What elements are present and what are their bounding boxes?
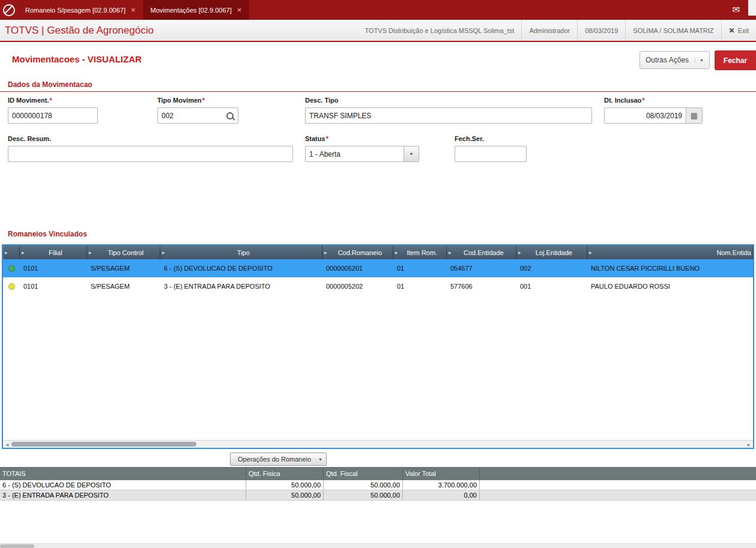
id-moviment-label: ID Moviment.* xyxy=(8,97,98,104)
column-header-tipo-control[interactable]: ▶ Tipo Control xyxy=(87,245,160,259)
totals-filler xyxy=(480,490,756,500)
grid-horizontal-scrollbar[interactable]: ◀ ▶ xyxy=(3,440,753,448)
operacoes-romaneio-button[interactable]: Operações do Romaneio ▼ xyxy=(230,453,327,466)
grid-cell: 001 xyxy=(516,283,587,290)
totals-qtd-fisica: 50.000,00 xyxy=(246,480,324,490)
other-actions-label: Outras Ações xyxy=(646,56,689,64)
totals-valor-total: 0,00 xyxy=(403,490,480,500)
tipo-movimen-input[interactable] xyxy=(158,108,222,123)
exit-label: Exit xyxy=(738,27,749,34)
totals-col-qtd-fisica: Qtd. Fisica xyxy=(246,467,324,480)
totals-col-qtd-fiscal: Qtd. Fiscal xyxy=(324,467,403,480)
required-mark: * xyxy=(326,135,328,142)
app-header: TOTVS | Gestão de Agronegócio TOTVS Dist… xyxy=(0,20,756,42)
fech-ser-label: Fech.Ser. xyxy=(455,135,527,143)
status-dropdown-button[interactable]: ▼ xyxy=(404,146,419,161)
column-header-status[interactable]: ▶ xyxy=(3,245,20,259)
other-actions-button[interactable]: Outras Ações ▼ xyxy=(640,51,710,69)
totals-row: 6 - (S) DEVOLUCAO DE DEPOSITO 50.000,00 … xyxy=(0,480,756,490)
page-horizontal-scrollbar[interactable] xyxy=(0,543,756,548)
totals-col-totais: TOTAIS xyxy=(0,467,246,480)
column-arrow-icon: ▶ xyxy=(20,250,25,254)
search-button[interactable] xyxy=(222,108,238,123)
column-arrow-icon: ▶ xyxy=(160,250,165,254)
column-header-filial[interactable]: ▶ Filial xyxy=(20,245,87,259)
app-window: Romaneio S/pesagem [02.9.0067] × Movimen… xyxy=(0,0,756,548)
column-header-cod-romaneio[interactable]: ▶ Cod.Romaneio xyxy=(322,245,393,259)
column-arrow-icon: ▶ xyxy=(447,250,452,254)
grid-row[interactable]: 0101 S/PESAGEM 3 - (E) ENTRADA PARA DEPO… xyxy=(3,277,753,295)
status-select[interactable]: 1 - Aberta ▼ xyxy=(305,146,419,162)
column-header-loj-entidade[interactable]: ▶ Loj.Entidade xyxy=(516,245,587,259)
totals-col-valor-total: Valor Total xyxy=(403,467,480,480)
tab-romaneio-spesagem[interactable]: Romaneio S/pesagem [02.9.0067] × xyxy=(18,0,144,20)
calendar-button[interactable]: ▦ xyxy=(686,108,702,123)
desc-resum-label: Desc. Resum. xyxy=(8,135,293,143)
id-moviment-input[interactable] xyxy=(8,107,98,124)
scrollbar-thumb[interactable] xyxy=(11,442,196,447)
scroll-right-icon[interactable]: ▶ xyxy=(745,442,753,447)
fechar-label: Fechar xyxy=(724,56,747,65)
required-mark: * xyxy=(49,97,52,104)
fechar-button[interactable]: Fechar xyxy=(715,50,756,70)
grid-cell: 002 xyxy=(516,265,587,272)
totals-valor-total: 3.700.000,00 xyxy=(403,480,480,490)
column-header-item-rom[interactable]: ▶ Item Rom. xyxy=(393,245,447,259)
column-header-nom-entidade[interactable]: ▶ Nom.Entida xyxy=(587,245,753,259)
desc-tipo-input[interactable] xyxy=(305,107,592,124)
chevron-down-icon: ▼ xyxy=(318,457,326,462)
chevron-down-icon: ▼ xyxy=(700,58,704,62)
chevron-down-icon: ▼ xyxy=(410,152,414,156)
totals-filler xyxy=(480,480,756,490)
status-label: Status* xyxy=(305,135,419,143)
grid-cell: PAULO EDUARDO ROSSI xyxy=(587,283,753,290)
grid-cell: 3 - (E) ENTRADA PARA DEPOSITO xyxy=(160,283,322,290)
romaneios-grid: ▶ ▶ Filial ▶ Tipo Control ▶ Tipo ▶ Cod.R… xyxy=(2,244,754,449)
close-tab-icon[interactable]: × xyxy=(131,6,136,14)
grid-row[interactable]: 0101 S/PESAGEM 6 - (S) DEVOLUCAO DE DEPO… xyxy=(3,259,753,277)
corner-panel xyxy=(748,0,756,16)
calendar-icon: ▦ xyxy=(691,111,698,120)
grid-cell: 01 xyxy=(393,283,447,290)
column-arrow-icon: ▶ xyxy=(393,250,398,254)
scroll-left-icon[interactable]: ◀ xyxy=(3,442,11,447)
mail-icon[interactable]: ✉ xyxy=(732,4,740,15)
grid-cell: 01 xyxy=(393,265,447,272)
status-value: 1 - Aberta xyxy=(306,146,404,161)
tipo-movimen-label: Tipo Movimen* xyxy=(157,97,238,104)
column-header-cod-entidade[interactable]: ▶ Cod.Entidade xyxy=(447,245,516,259)
environment-info: TOTVS Distribuição e Logística MSSQL Sol… xyxy=(358,20,522,41)
totals-qtd-fiscal: 50.000,00 xyxy=(324,480,403,490)
required-mark: * xyxy=(202,97,205,104)
tab-label: Movimentações [02.9.0067] xyxy=(151,7,232,14)
grid-cell: 054577 xyxy=(447,265,516,272)
page-scrollbar-thumb[interactable] xyxy=(0,544,34,548)
column-header-tipo[interactable]: ▶ Tipo xyxy=(160,245,322,259)
row-status xyxy=(3,265,20,272)
section-title-romaneios: Romaneios Vinculados xyxy=(8,230,87,238)
totals-qtd-fisica: 50.000,00 xyxy=(246,490,324,500)
grid-cell: 6 - (S) DEVOLUCAO DE DEPOSITO xyxy=(160,265,322,272)
top-tab-bar: Romaneio S/pesagem [02.9.0067] × Movimen… xyxy=(0,0,756,20)
tab-movimentacoes[interactable]: Movimentações [02.9.0067] × xyxy=(144,0,250,20)
date-info: 08/03/2019 xyxy=(577,20,625,41)
column-arrow-icon: ▶ xyxy=(3,250,8,254)
totals-row-label: 3 - (E) ENTRADA PARA DEPOSITO xyxy=(0,490,246,500)
dt-inclusao-input[interactable] xyxy=(605,108,686,123)
column-arrow-icon: ▶ xyxy=(516,250,521,254)
desc-resum-input[interactable] xyxy=(8,146,293,162)
app-title: TOTVS | Gestão de Agronegócio xyxy=(0,25,154,37)
desc-tipo-label: Desc. Tipo xyxy=(305,97,592,104)
grid-cell: 0000005202 xyxy=(322,283,393,290)
other-actions-dropdown[interactable]: ▼ xyxy=(695,58,704,62)
exit-button[interactable]: ✕ Exit xyxy=(721,20,756,41)
status-green-icon xyxy=(8,265,15,272)
user-info: Administrador xyxy=(521,20,577,41)
dt-inclusao-label: Dt. Inclusao* xyxy=(604,97,703,104)
grid-cell: 577606 xyxy=(447,283,516,290)
totals-row-label: 6 - (S) DEVOLUCAO DE DEPOSITO xyxy=(0,480,246,490)
fech-ser-input[interactable] xyxy=(455,146,527,162)
page-title: Movimentacoes - VISUALIZAR xyxy=(12,54,142,64)
totals-qtd-fiscal: 50.000,00 xyxy=(324,490,403,500)
close-tab-icon[interactable]: × xyxy=(237,6,242,14)
